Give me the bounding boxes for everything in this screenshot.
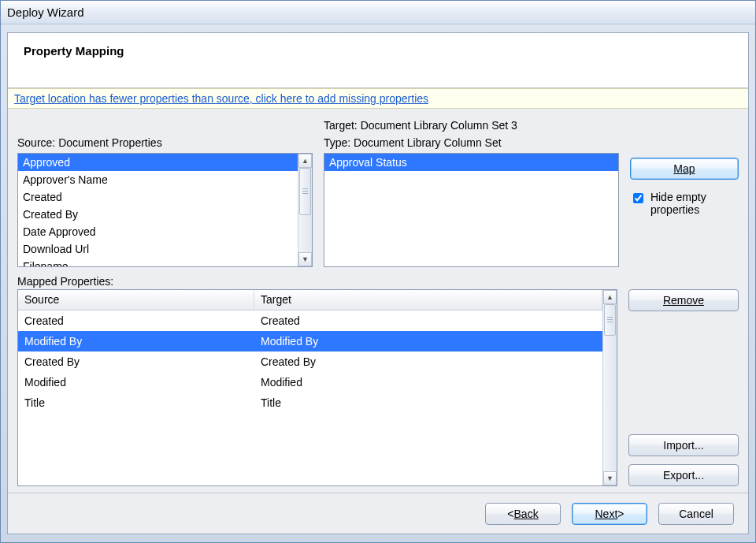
- mapped-grid-header[interactable]: Source Target: [18, 290, 602, 311]
- cell-target: Modified By: [254, 333, 602, 349]
- cell-source: Modified By: [18, 333, 254, 349]
- source-column: Source: Document Properties ApprovedAppr…: [17, 117, 313, 267]
- table-row[interactable]: ModifiedModified: [18, 372, 602, 392]
- table-row[interactable]: CreatedCreated: [18, 311, 602, 331]
- cell-target: Created By: [254, 354, 602, 370]
- target-label: Target: Document Library Column Set 3: [324, 117, 619, 134]
- map-controls-column: Map Hide empty properties: [630, 117, 739, 216]
- source-list-item[interactable]: Approved: [18, 154, 298, 171]
- wizard-header: Property Mapping: [8, 33, 748, 88]
- hide-empty-checkbox-row[interactable]: Hide empty properties: [630, 186, 739, 216]
- back-button[interactable]: < Back: [485, 503, 561, 525]
- source-scrollbar[interactable]: ▲ ▼: [298, 154, 312, 266]
- window-title: Deploy Wizard: [7, 6, 84, 19]
- page-title: Property Mapping: [24, 44, 124, 58]
- scroll-thumb[interactable]: [604, 304, 616, 336]
- mapped-grid-area: Source Target CreatedCreatedModified ByM…: [17, 289, 739, 486]
- wizard-footer: < Back Next > Cancel: [8, 493, 748, 534]
- scroll-thumb[interactable]: [299, 168, 311, 215]
- column-header-target[interactable]: Target: [254, 290, 602, 310]
- warning-bar: Target location has fewer properties tha…: [8, 88, 748, 109]
- table-row[interactable]: TitleTitle: [18, 392, 602, 413]
- source-listbox[interactable]: ApprovedApprover's NameCreatedCreated By…: [17, 153, 313, 267]
- target-listbox[interactable]: Approval Status: [324, 153, 619, 267]
- source-label: Source: Document Properties: [17, 134, 313, 151]
- source-list-item[interactable]: Filename: [18, 258, 298, 266]
- cell-source: Title: [18, 395, 254, 411]
- mapped-grid-side-buttons: Remove Import... Export...: [628, 289, 739, 486]
- export-button[interactable]: Export...: [628, 464, 739, 486]
- source-list-item[interactable]: Created: [18, 188, 298, 206]
- window-titlebar[interactable]: Deploy Wizard: [1, 1, 755, 24]
- mapping-top-area: Source: Document Properties ApprovedAppr…: [17, 117, 739, 267]
- content-area: Source: Document Properties ApprovedAppr…: [8, 109, 748, 493]
- hide-empty-label: Hide empty properties: [650, 191, 739, 216]
- import-button[interactable]: Import...: [628, 434, 739, 456]
- cell-source: Modified: [18, 374, 254, 390]
- window-client-area: Property Mapping Target location has few…: [1, 24, 755, 542]
- cell-target: Created: [254, 313, 602, 329]
- scroll-down-icon[interactable]: ▼: [603, 471, 617, 485]
- scroll-up-icon[interactable]: ▲: [603, 290, 617, 304]
- next-button[interactable]: Next >: [572, 503, 647, 525]
- cell-source: Created By: [18, 354, 254, 370]
- column-header-source[interactable]: Source: [18, 290, 254, 310]
- table-row[interactable]: Created ByCreated By: [18, 351, 602, 372]
- source-list-item[interactable]: Created By: [18, 206, 298, 223]
- cell-target: Title: [254, 395, 602, 411]
- source-list-item[interactable]: Approver's Name: [18, 171, 298, 188]
- target-list-item[interactable]: Approval Status: [324, 154, 618, 171]
- source-list-item[interactable]: Date Approved: [18, 223, 298, 240]
- scroll-down-icon[interactable]: ▼: [298, 252, 312, 266]
- warning-link[interactable]: Target location has fewer properties tha…: [14, 92, 428, 105]
- map-button[interactable]: Map: [630, 158, 739, 180]
- cell-target: Modified: [254, 374, 602, 390]
- hide-empty-checkbox[interactable]: [633, 193, 643, 203]
- mapped-grid[interactable]: Source Target CreatedCreatedModified ByM…: [17, 289, 617, 486]
- mapped-properties-label: Mapped Properties:: [17, 275, 739, 288]
- wizard-panel: Property Mapping Target location has few…: [7, 32, 749, 534]
- target-column: Target: Document Library Column Set 3 Ty…: [324, 117, 619, 267]
- target-type-label: Type: Document Library Column Set: [324, 134, 619, 151]
- scroll-up-icon[interactable]: ▲: [298, 154, 312, 168]
- source-list-item[interactable]: Download Url: [18, 240, 298, 258]
- cancel-button[interactable]: Cancel: [658, 503, 734, 525]
- cell-source: Created: [18, 313, 254, 329]
- remove-button[interactable]: Remove: [628, 289, 739, 311]
- mapped-grid-scrollbar[interactable]: ▲ ▼: [602, 290, 617, 485]
- table-row[interactable]: Modified ByModified By: [18, 331, 602, 351]
